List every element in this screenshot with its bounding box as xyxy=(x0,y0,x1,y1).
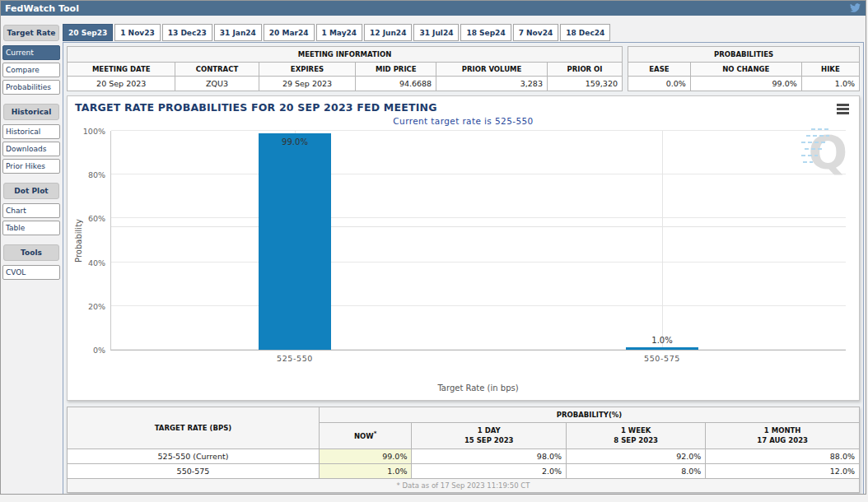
sidebar-header-historical: Historical xyxy=(3,104,59,120)
expires-value: 29 Sep 2023 xyxy=(259,77,356,91)
probability-group-header: PROBABILITY(%) xyxy=(319,407,859,423)
meeting-tab[interactable]: 1 Nov23 xyxy=(114,24,161,41)
column-header: HIKE xyxy=(801,63,859,77)
y-tick-label: 60% xyxy=(88,214,105,223)
one-week-probability: 8.0% xyxy=(567,463,706,478)
meeting-tab[interactable]: 7 Nov24 xyxy=(513,24,559,41)
one-month-probability: 88.0% xyxy=(706,449,860,463)
bar-value-label: 99.0% xyxy=(282,137,308,146)
column-header: PRIOR VOLUME xyxy=(436,63,548,77)
meeting-tabs: 20 Sep23 1 Nov23 13 Dec23 31 Jan24 20 Ma… xyxy=(63,24,864,41)
y-tick-label: 80% xyxy=(88,170,105,179)
no-change-value: 99.0% xyxy=(690,77,801,91)
sidebar-item-prior-hikes[interactable]: Prior Hikes xyxy=(2,159,60,174)
ease-value: 0.0% xyxy=(628,77,691,91)
column-header: MEETING DATE xyxy=(68,63,175,77)
meeting-tab[interactable]: 13 Dec23 xyxy=(162,24,212,41)
probability-bar[interactable] xyxy=(626,347,698,350)
y-tick-label: 0% xyxy=(93,346,105,355)
x-tick-label: 550-575 xyxy=(644,354,680,363)
meeting-tab[interactable]: 20 Mar24 xyxy=(264,24,315,41)
chart-title: TARGET RATE PROBABILITIES FOR 20 SEP 202… xyxy=(75,101,437,114)
sidebar-item-downloads[interactable]: Downloads xyxy=(2,142,60,156)
probabilities-title: PROBABILITIES xyxy=(628,47,860,63)
info-tables-row: MEETING INFORMATION MEETING DATE CONTRAC… xyxy=(67,46,860,91)
content-panel: MEETING INFORMATION MEETING DATE CONTRAC… xyxy=(63,42,864,495)
target-rate-label: 550-575 xyxy=(68,463,320,478)
sidebar-header-target-rate: Target Rate xyxy=(3,25,59,41)
column-header: CONTRACT xyxy=(175,63,259,77)
sidebar-item-historical[interactable]: Historical xyxy=(2,124,60,139)
one-day-column-header: 1 DAY15 SEP 2023 xyxy=(412,423,567,449)
y-tick-label: 100% xyxy=(83,127,105,136)
main-content: 20 Sep23 1 Nov23 13 Dec23 31 Jan24 20 Ma… xyxy=(63,24,864,495)
plot-area: 0%20%40%60%80%100%99.0%525-5501.0%550-57… xyxy=(110,131,846,351)
meeting-tab[interactable]: 20 Sep23 xyxy=(63,24,113,41)
probabilities-summary-table: PROBABILITIES EASE NO CHANGE HIKE 0.0% 9… xyxy=(628,46,860,91)
table-row: 525-550 (Current) 99.0% 98.0% 92.0% 88.0… xyxy=(68,449,860,463)
sidebar-header-dot-plot: Dot Plot xyxy=(3,183,59,199)
now-probability: 99.0% xyxy=(319,449,412,463)
mid-price-value: 94.6688 xyxy=(356,77,436,91)
chart-subtitle: Current target rate is 525-550 xyxy=(68,116,859,126)
x-tick-label: 525-550 xyxy=(277,354,313,363)
bar-value-label: 1.0% xyxy=(651,336,672,345)
sidebar-item-current[interactable]: Current xyxy=(2,45,60,60)
probability-chart: TARGET RATE PROBABILITIES FOR 20 SEP 202… xyxy=(67,95,860,401)
column-header: NO CHANGE xyxy=(690,63,801,77)
target-rate-bps-header: TARGET RATE (BPS) xyxy=(68,407,320,449)
one-week-column-header: 1 WEEK8 SEP 2023 xyxy=(567,423,706,449)
quikstrike-watermark-icon: Q xyxy=(808,129,847,175)
x-axis-label: Target Rate (in bps) xyxy=(110,383,846,393)
y-tick-label: 20% xyxy=(88,301,105,310)
meeting-tab[interactable]: 12 Jun24 xyxy=(364,24,412,41)
probability-table: TARGET RATE (BPS) PROBABILITY(%) NOW* 1 … xyxy=(67,407,860,493)
table-row: 550-575 1.0% 2.0% 8.0% 12.0% xyxy=(68,463,860,478)
meeting-date-value: 20 Sep 2023 xyxy=(68,77,175,91)
sidebar: Target Rate Current Compare Probabilitie… xyxy=(2,25,60,282)
meeting-tab[interactable]: 18 Dec24 xyxy=(560,24,610,41)
meeting-information-title: MEETING INFORMATION xyxy=(68,47,623,63)
one-month-column-header: 1 MONTH17 AUG 2023 xyxy=(706,423,860,449)
app-title: FedWatch Tool xyxy=(5,3,79,14)
column-header: PRIOR OI xyxy=(547,63,622,77)
now-probability: 1.0% xyxy=(319,463,412,478)
meeting-tab[interactable]: 18 Sep24 xyxy=(460,24,511,41)
one-week-probability: 92.0% xyxy=(567,449,706,463)
probability-bar[interactable] xyxy=(259,133,331,350)
sidebar-header-tools: Tools xyxy=(3,244,59,261)
one-day-probability: 98.0% xyxy=(412,449,567,463)
prior-oi-value: 159,320 xyxy=(547,77,622,91)
meeting-tab[interactable]: 1 May24 xyxy=(316,24,363,41)
y-tick-label: 40% xyxy=(88,258,105,267)
meeting-information-table: MEETING INFORMATION MEETING DATE CONTRAC… xyxy=(67,46,623,91)
sidebar-item-table[interactable]: Table xyxy=(2,221,60,235)
twitter-icon[interactable] xyxy=(850,1,861,16)
meeting-tab[interactable]: 31 Jan24 xyxy=(214,24,262,41)
now-column-header: NOW* xyxy=(319,423,412,449)
probability-table-box: TARGET RATE (BPS) PROBABILITY(%) NOW* 1 … xyxy=(67,407,860,493)
one-month-probability: 12.0% xyxy=(706,463,860,478)
sidebar-item-chart[interactable]: Chart xyxy=(2,203,60,218)
column-header: MID PRICE xyxy=(356,63,436,77)
target-rate-label: 525-550 (Current) xyxy=(68,449,320,463)
column-header: EASE xyxy=(628,63,691,77)
one-day-probability: 2.0% xyxy=(412,463,567,478)
contract-value: ZQU3 xyxy=(175,77,259,91)
sidebar-item-compare[interactable]: Compare xyxy=(2,63,60,77)
y-axis-label: Probability xyxy=(74,219,83,263)
sidebar-item-cvol[interactable]: CVOL xyxy=(2,265,60,280)
column-header: EXPIRES xyxy=(259,63,356,77)
fedwatch-app: FedWatch Tool Target Rate Current Compar… xyxy=(0,0,866,495)
sidebar-item-probabilities[interactable]: Probabilities xyxy=(2,80,60,95)
chart-menu-icon[interactable] xyxy=(837,104,849,116)
data-as-of-footnote: * Data as of 17 Sep 2023 11:19:50 CT xyxy=(68,478,860,492)
meeting-tab[interactable]: 31 Jul24 xyxy=(413,24,459,41)
prior-volume-value: 3,283 xyxy=(436,77,548,91)
hike-value: 1.0% xyxy=(801,77,859,91)
top-header-bar: FedWatch Tool xyxy=(1,1,866,16)
